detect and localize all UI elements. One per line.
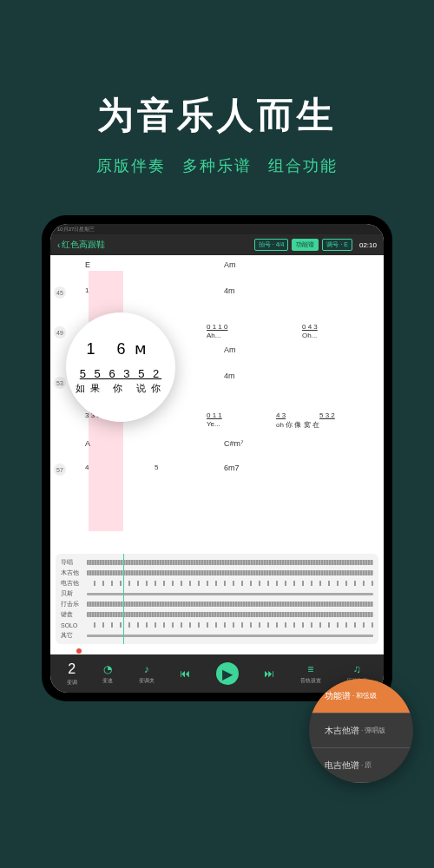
zoom-lyrics: 如果 你 说你 [76,382,165,395]
chord-4m2: 4m [224,372,235,380]
track-vocal[interactable]: 导唱 [61,557,373,568]
chord-6m7: 6m7 [224,464,240,472]
track-other[interactable]: 其它 [61,630,373,641]
hero-section: 为音乐人而生 原版伴奏 多种乐谱 组合功能 [0,0,434,176]
bar-57: 57 [54,464,66,476]
chord-Am: Am [224,260,236,269]
track-electric[interactable]: 电吉他 [61,578,373,589]
song-title: 红色高跟鞋 [62,239,105,251]
badge-key[interactable]: 调号 · E [322,239,352,251]
lyric-ye: Ye... [207,420,220,428]
play-button[interactable]: ▶ [216,662,239,685]
note-5: 5 [155,464,158,471]
transpose-control[interactable]: 2 变调 [67,661,77,687]
hero-sub-1: 原版伴奏 [96,157,166,174]
sliders-icon: ≡ [307,663,313,675]
play-icon: ▶ [222,666,233,682]
track-bass[interactable]: 贝斯 [61,589,373,599]
track-keys[interactable]: 键盘 [61,609,373,620]
note-1: 1 [85,286,89,294]
chord-A: A [85,439,90,448]
back-button[interactable]: ‹ 红色高跟鞋 [57,239,105,251]
popup-item-electric[interactable]: 电吉他谱· 原 [309,748,413,783]
music-note-icon: ♫ [353,663,361,675]
chevron-left-icon: ‹ [57,240,60,250]
note-4: 4 [85,464,89,471]
notes-r2: 0 1 1 0 [207,323,227,331]
notes-532: 5 3 2 [319,411,335,419]
capo-control[interactable]: ♪ 变调夫 [139,663,155,685]
top-bar: ‹ 红色高跟鞋 拍号 · 4/4 功能谱 调号 · E 02:10 [50,234,384,255]
hero-title: 为音乐人而生 [0,91,434,140]
hero-subtitle: 原版伴奏 多种乐谱 组合功能 [0,155,434,176]
chord-E: E [85,260,90,269]
notes-011: 0 1 1 [207,411,222,419]
chord-4m: 4m [224,286,235,295]
timeline[interactable] [50,648,384,654]
playhead[interactable] [123,554,124,644]
timeline-marker[interactable] [76,648,82,654]
lyric-oh: Oh... [302,332,317,339]
track-acoustic[interactable]: 木吉他 [61,568,373,578]
bar-49: 49 [54,326,66,339]
chord-Csm7: C#m⁷ [224,439,244,448]
tablet-frame: 10月27日星期三 ‹ 红色高跟鞋 拍号 · 4/4 功能谱 调号 · E 02… [42,215,392,701]
next-button[interactable]: ⏭ [264,667,274,680]
score-type-popup: 功能谱· 和弦级 木吉他谱· 弹唱版 电吉他谱· 原 [309,679,413,783]
lyric-ah: Ah... [207,332,220,339]
zoom-notes: 5 5 6 3 5 2 [80,367,161,380]
badge-score-type[interactable]: 功能谱 [292,239,319,251]
transpose-value: 2 [68,661,76,677]
status-time: 10月27日星期三 [57,227,95,232]
score-area[interactable]: E Am 45 1 4m 49 0 1 1 0 0 4 3 Ah... Oh..… [50,255,384,554]
skip-forward-icon: ⏭ [264,667,274,680]
popup-item-acoustic[interactable]: 木吉他谱· 弹唱版 [309,713,413,748]
status-bar: 10月27日星期三 [50,224,384,234]
bar-53: 53 [54,377,66,389]
hero-sub-2: 多种乐谱 [182,157,252,174]
prev-button[interactable]: ⏮ [180,667,190,680]
bar-45: 45 [54,286,66,299]
track-solo[interactable]: SOLO [61,620,373,630]
speedometer-icon: ◔ [103,663,112,675]
zoom-chords: 1 6ᴍ [86,339,155,358]
notes-43: 4 3 [276,411,286,419]
lyric-cn: oh 你 像 窝 在 [276,420,319,430]
chord-Am2: Am [224,345,236,354]
tracks-panel[interactable]: 导唱 木吉他 电吉他 贝斯 打击乐 键盘 SOLO 其它 [56,554,378,644]
zoom-lens: 1 6ᴍ 5 5 6 3 5 2 如果 你 说你 [66,312,175,422]
tempo-control[interactable]: ◔ 变速 [102,663,113,685]
skip-back-icon: ⏮ [180,667,190,680]
badge-time-signature[interactable]: 拍号 · 4/4 [254,239,289,251]
track-drums[interactable]: 打击乐 [61,599,373,609]
app-screen: 10月27日星期三 ‹ 红色高跟鞋 拍号 · 4/4 功能谱 调号 · E 02… [50,224,384,693]
time-display: 02:10 [359,241,377,249]
notes-r2b: 0 4 3 [302,323,318,331]
mixer-control[interactable]: ≡ 音轨设置 [300,663,321,685]
hero-sub-3: 组合功能 [268,157,338,174]
capo-icon: ♪ [144,663,149,675]
